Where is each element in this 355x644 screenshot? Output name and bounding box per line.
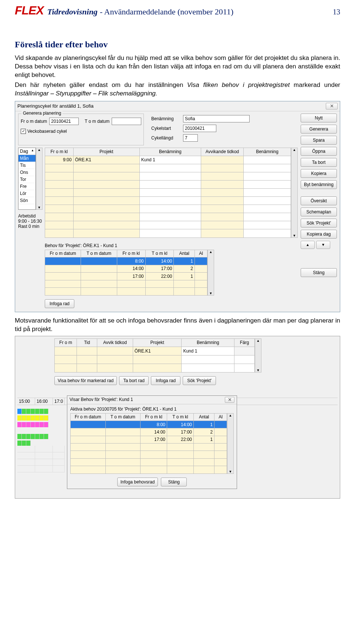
generera-button[interactable]: Generera xyxy=(301,125,337,134)
dag-scrollbar[interactable]: ▲▼ xyxy=(255,338,261,372)
day-thu[interactable]: Tor xyxy=(18,176,36,183)
time-17: 17:0 xyxy=(53,398,65,405)
flex-logo: FLEX xyxy=(15,4,44,17)
sok-projekt-button[interactable]: Sök 'Projekt' xyxy=(301,219,337,227)
move-up-button[interactable]: ▲ xyxy=(301,241,315,249)
table-row xyxy=(45,221,291,229)
table-row xyxy=(45,213,291,221)
dag-row xyxy=(55,364,255,372)
popup-infoga-button[interactable]: Infoga behovsrad xyxy=(117,478,158,486)
popup-stang-button[interactable]: Stäng xyxy=(161,478,187,486)
popup-close-icon[interactable]: ✕ xyxy=(225,397,234,403)
cykellangd-label: Cykellängd xyxy=(151,135,181,141)
infoga-rad-button2[interactable]: Infoga rad xyxy=(151,376,180,385)
dialog-title: Planeringscykel för anställd 1, Sofia xyxy=(17,103,326,109)
table-row xyxy=(45,205,291,213)
spara-button[interactable]: Spara xyxy=(301,136,337,145)
table-row xyxy=(45,181,291,189)
day-sat[interactable]: Lör xyxy=(18,190,36,197)
behov-popup: Visar Behov för 'Projekt': Kund 1 ✕ Akti… xyxy=(67,395,237,489)
behov-row[interactable]: 8:00 14:00 1 xyxy=(45,257,207,265)
popup-row xyxy=(71,458,227,466)
from-date-label: Fr o m datum xyxy=(21,119,47,124)
behov-title: Behov för 'Projekt': ÖRE.K1 - Kund 1 xyxy=(45,243,298,248)
planning-table[interactable]: Fr o m kl Projekt Benämning Avvikande ti… xyxy=(45,148,291,238)
move-down-button[interactable]: ▼ xyxy=(316,241,330,249)
dag-row[interactable]: ÖRE.K1 Kund 1 xyxy=(55,347,255,355)
day-list[interactable]: Dag▲ Mån Tis Ons Tor Fre Lör Sön xyxy=(18,148,36,210)
popup-row xyxy=(71,444,227,451)
sort-up-icon: ▲ xyxy=(31,149,34,154)
bh-col-fromkl: Fr o m kl xyxy=(117,250,145,257)
day-sun[interactable]: Sön xyxy=(18,197,36,204)
tom-date-input[interactable] xyxy=(112,118,141,125)
stang-button[interactable]: Stäng xyxy=(301,268,337,277)
day-list-scrollbar[interactable]: ▲▼ xyxy=(36,148,43,210)
bh-col-antal: Antal xyxy=(174,250,195,257)
behov-row xyxy=(45,288,207,296)
paragraph-3: Motsvarande funktionalitet för att se oc… xyxy=(15,317,340,334)
infoga-rad-button[interactable]: Infoga rad xyxy=(45,299,74,308)
benamning-label: Benämning xyxy=(151,116,181,121)
dag-col-benamning: Benämning xyxy=(182,338,234,347)
kopiera-dag-button[interactable]: Kopiera dag xyxy=(301,230,337,239)
paragraph-2: Den här nyheten gäller endast om du har … xyxy=(15,81,340,98)
oversikt-button[interactable]: Översikt xyxy=(301,196,337,205)
schemaplan-button[interactable]: Schemaplan xyxy=(301,208,337,216)
day-tue[interactable]: Tis xyxy=(18,162,36,169)
dag-col-projekt: Projekt xyxy=(133,338,182,347)
popup-scrollbar[interactable]: ▲▼ xyxy=(227,413,234,474)
time-15: 15:00 xyxy=(17,398,35,405)
p2-i1: Visa fliken behov i projektregistret xyxy=(187,81,290,88)
close-icon[interactable]: ✕ xyxy=(326,103,338,109)
arbetstid-value: 9:00 - 16:30 xyxy=(18,219,43,224)
popup-table[interactable]: Fr o m datum T o m datum Fr o m kl T o m… xyxy=(70,413,227,474)
ph-fromd: Fr o m datum xyxy=(71,413,106,421)
day-mon[interactable]: Mån xyxy=(18,155,36,162)
behov-table[interactable]: Fr o m datum T o m datum Fr o m kl T o m… xyxy=(45,250,207,296)
cykelstart-input[interactable]: 20100421 xyxy=(183,125,216,132)
tabort-rad-button[interactable]: Ta bort rad xyxy=(119,376,149,385)
ph-al: Al xyxy=(214,413,227,421)
plan-scrollbar[interactable]: ▲▼ xyxy=(291,148,298,238)
cykellangd-input[interactable]: 7 xyxy=(183,134,198,142)
page-header: FLEX Tidredovisning - Användarmeddelande… xyxy=(0,0,355,17)
dag-col-from: Fr o m xyxy=(55,338,77,347)
generate-planning-group: Generera planering Fr o m datum 20100421… xyxy=(18,114,144,145)
popup-row[interactable]: 17:00 22:00 1 xyxy=(71,436,227,443)
tabort-button[interactable]: Ta bort xyxy=(301,158,337,167)
bh-col-tomkl: T o m kl xyxy=(145,250,174,257)
oppna-button[interactable]: Öppna xyxy=(301,147,337,156)
behov-row[interactable]: 17:00 22:00 1 xyxy=(45,273,207,280)
table-row xyxy=(45,172,291,180)
sok-projekt-button2[interactable]: Sök 'Projekt' xyxy=(183,376,216,385)
dag-table[interactable]: Fr o m Tid Avvik tidkod Projekt Benämnin… xyxy=(54,338,255,372)
ph-tomkl: T o m kl xyxy=(167,413,194,421)
dialog-titlebar: Planeringscykel för anställd 1, Sofia ✕ xyxy=(15,101,340,111)
table-row[interactable]: 9:00 ÖRE.K1 Kund 1 xyxy=(45,156,291,164)
paragraph-1: Vid skapande av planeringscykel får du n… xyxy=(15,54,340,80)
kopiera-button[interactable]: Kopiera xyxy=(301,169,337,178)
day-fri[interactable]: Fre xyxy=(18,183,36,190)
nytt-button[interactable]: Nytt xyxy=(301,114,337,122)
visa-behov-button[interactable]: Visa behov för markerad rad xyxy=(54,376,117,385)
from-date-input[interactable]: 20100421 xyxy=(49,118,79,125)
doc-title: Tidredovisning xyxy=(47,7,98,17)
bh-col-fromd: Fr o m datum xyxy=(45,250,81,257)
behov-scrollbar[interactable]: ▲▼ xyxy=(207,250,214,296)
table-row xyxy=(45,189,291,197)
checkbox-icon: ✓ xyxy=(21,129,26,134)
ph-antal: Antal xyxy=(194,413,214,421)
behov-row[interactable]: 14:00 17:00 2 xyxy=(45,265,207,273)
rast-value: Rast 0 min xyxy=(18,224,43,229)
arbetstid-block: Arbetstid 9:00 - 16:30 Rast 0 min xyxy=(18,213,43,229)
bytbenamning-button[interactable]: Byt benämning xyxy=(301,180,337,189)
dag-col-tid: Tid xyxy=(77,338,97,347)
dialog-button-column: Nytt Generera Spara Öppna Ta bort Kopier… xyxy=(301,114,337,308)
cykelstart-label: Cykelstart xyxy=(151,126,181,131)
popup-row[interactable]: 14:00 17:00 2 xyxy=(71,428,227,436)
week-based-checkbox[interactable]: ✓ Veckobaserad cykel xyxy=(21,129,141,134)
day-wed[interactable]: Ons xyxy=(18,169,36,176)
popup-row[interactable]: 8:00 14:00 1 xyxy=(71,421,227,428)
benamning-input[interactable]: Sofia xyxy=(183,115,250,122)
